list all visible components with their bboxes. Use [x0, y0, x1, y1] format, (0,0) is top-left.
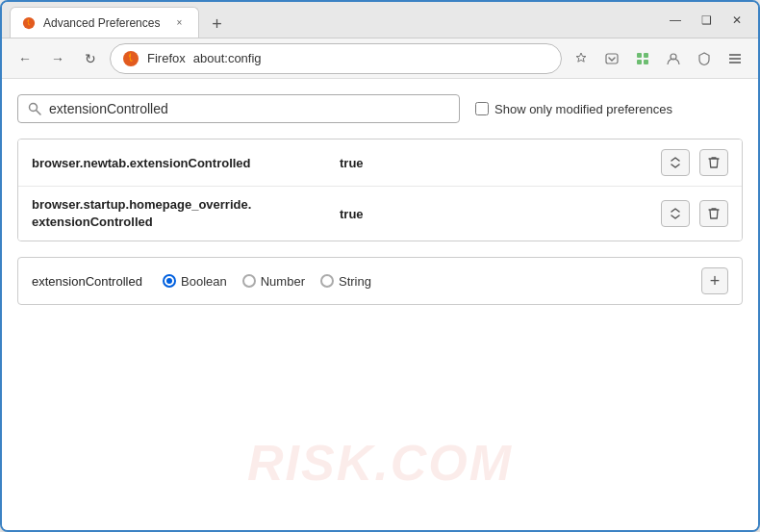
search-row: Show only modified preferences	[17, 94, 743, 123]
tab-title: Advanced Preferences	[43, 16, 160, 30]
type-radio-group: Boolean Number String	[163, 274, 686, 289]
window-controls: — ❑ ✕	[662, 10, 750, 31]
new-tab-button[interactable]: +	[203, 11, 230, 38]
refresh-button[interactable]: ↻	[77, 45, 104, 72]
tab-area: Advanced Preferences × +	[10, 2, 662, 38]
shield-icon	[697, 51, 712, 66]
url-display: about:config	[193, 51, 549, 65]
minimize-button[interactable]: —	[662, 10, 689, 31]
profile-button[interactable]	[660, 45, 687, 72]
preference-actions-2	[661, 200, 728, 227]
table-row[interactable]: browser.startup.homepage_override. exten…	[18, 187, 742, 241]
back-button[interactable]: ←	[12, 45, 38, 72]
firefox-logo-icon	[122, 50, 139, 67]
add-preference-button[interactable]: +	[701, 267, 728, 294]
radio-number-circle	[242, 274, 256, 288]
show-modified-checkbox[interactable]	[475, 102, 489, 115]
toggle-button-2[interactable]	[661, 200, 690, 227]
svg-line-12	[37, 111, 41, 115]
preference-search-input[interactable]	[49, 101, 449, 116]
forward-button[interactable]: →	[44, 45, 71, 72]
radio-string-label: String	[339, 274, 371, 289]
trash-icon	[708, 156, 720, 169]
new-preference-name: extensionControlled	[32, 274, 147, 289]
star-icon	[573, 51, 589, 66]
add-preference-row: extensionControlled Boolean Number Strin…	[17, 257, 743, 305]
radio-boolean-label: Boolean	[181, 274, 227, 289]
maximize-button[interactable]: ❑	[693, 10, 720, 31]
show-modified-label[interactable]: Show only modified preferences	[475, 102, 672, 116]
preference-name-2-line1: browser.startup.homepage_override.	[32, 197, 251, 212]
radio-number-option[interactable]: Number	[242, 274, 305, 289]
preference-name-1: browser.newtab.extensionControlled	[32, 156, 340, 170]
bookmark-star-button[interactable]	[568, 45, 595, 72]
close-button[interactable]: ✕	[723, 10, 750, 31]
extension-button[interactable]	[629, 45, 656, 72]
preference-value-1: true	[340, 156, 661, 170]
delete-button-2[interactable]	[699, 200, 728, 227]
radio-string-circle	[320, 274, 334, 288]
tab-favicon-icon	[22, 16, 36, 30]
radio-number-label: Number	[261, 274, 305, 289]
search-icon	[28, 102, 41, 115]
radio-boolean-option[interactable]: Boolean	[163, 274, 227, 289]
radio-string-option[interactable]: String	[320, 274, 371, 289]
puzzle-icon	[635, 51, 650, 66]
show-modified-text: Show only modified preferences	[494, 102, 672, 116]
pocket-button[interactable]	[598, 45, 625, 72]
results-table: browser.newtab.extensionControlled true	[17, 139, 743, 241]
arrows-swap-icon-2	[669, 207, 682, 220]
table-row[interactable]: browser.newtab.extensionControlled true	[18, 139, 742, 187]
preference-actions-1	[661, 149, 728, 176]
svg-rect-2	[606, 54, 618, 63]
browser-window: Advanced Preferences × + — ❑ ✕ ← → ↻ Fir…	[0, 0, 760, 532]
profile-icon	[666, 51, 681, 66]
preference-name-2-line2: extensionControlled	[32, 215, 153, 229]
hamburger-icon	[727, 51, 743, 66]
svg-rect-4	[644, 53, 648, 58]
preference-search-box[interactable]	[17, 94, 460, 123]
title-bar: Advanced Preferences × + — ❑ ✕	[2, 2, 758, 38]
active-tab[interactable]: Advanced Preferences ×	[10, 7, 199, 38]
toggle-button-1[interactable]	[661, 149, 690, 176]
svg-rect-6	[644, 60, 648, 64]
radio-boolean-circle	[163, 274, 176, 288]
preference-value-2: true	[340, 207, 661, 221]
arrows-swap-icon	[669, 156, 682, 169]
trash-icon-2	[708, 207, 720, 220]
shield-button[interactable]	[691, 45, 718, 72]
browser-name-label: Firefox	[147, 51, 186, 65]
pocket-icon	[604, 51, 620, 66]
svg-rect-5	[637, 60, 642, 64]
watermark: RISK.COM	[247, 434, 513, 492]
nav-icons	[568, 45, 748, 72]
menu-button[interactable]	[722, 45, 748, 72]
page-content: RISK.COM Show only modified preferences …	[2, 79, 758, 530]
address-bar[interactable]: Firefox about:config	[110, 43, 562, 74]
preference-name-2: browser.startup.homepage_override. exten…	[32, 196, 340, 231]
delete-button-1[interactable]	[699, 149, 728, 176]
nav-bar: ← → ↻ Firefox about:config	[2, 38, 758, 79]
svg-rect-3	[637, 53, 642, 58]
tab-close-button[interactable]: ×	[171, 15, 187, 31]
